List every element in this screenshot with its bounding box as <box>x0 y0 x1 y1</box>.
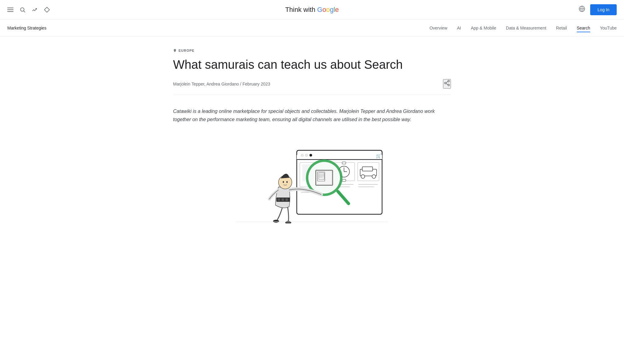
top-bar-right: Log In <box>579 4 617 15</box>
location-pin-icon <box>173 49 177 52</box>
search-button[interactable] <box>20 7 26 13</box>
svg-point-49 <box>285 221 291 223</box>
top-bar-left <box>7 7 50 13</box>
nav-item-retail[interactable]: Retail <box>556 25 567 31</box>
svg-point-0 <box>20 8 24 11</box>
nav-item-search[interactable]: Search <box>577 25 590 31</box>
hamburger-icon <box>7 8 13 12</box>
article-intro: Catawiki is a leading online marketplace… <box>173 107 441 124</box>
svg-point-14 <box>301 154 303 156</box>
article-meta: Marjolein Tepper, Andrea Giordano / Febr… <box>173 79 451 95</box>
svg-line-10 <box>446 82 448 83</box>
svg-text:🛒: 🛒 <box>376 153 381 159</box>
brand-logo[interactable]: Think with Google <box>285 6 339 14</box>
nav-item-youtube[interactable]: YouTube <box>600 25 617 31</box>
nav-item-data-measurement[interactable]: Data & Measurement <box>506 25 546 31</box>
globe-icon <box>579 5 585 12</box>
top-navigation: Think with Google Log In <box>0 0 624 19</box>
section-title: Marketing Strategies <box>7 26 46 30</box>
region-tag: EUROPE <box>173 49 451 52</box>
svg-rect-51 <box>278 198 280 201</box>
svg-point-15 <box>305 154 308 156</box>
share-button[interactable] <box>443 79 451 89</box>
secondary-navigation: Marketing Strategies Overview AI App & M… <box>0 19 624 37</box>
diamond-icon <box>44 7 50 13</box>
search-icon <box>20 7 26 13</box>
svg-point-48 <box>273 220 279 223</box>
svg-marker-2 <box>44 7 50 12</box>
svg-rect-27 <box>342 162 346 164</box>
nav-link-app-mobile[interactable]: App & Mobile <box>471 26 496 32</box>
svg-point-6 <box>448 80 450 82</box>
trending-button[interactable] <box>32 7 38 13</box>
nav-item-ai[interactable]: AI <box>457 25 461 31</box>
svg-line-9 <box>446 83 448 85</box>
share-icon <box>444 80 450 86</box>
svg-point-35 <box>372 175 376 178</box>
svg-rect-43 <box>319 173 324 180</box>
article-title: What samurais can teach us about Search <box>173 57 451 72</box>
region-label: EUROPE <box>179 49 194 52</box>
nav-link-data-measurement[interactable]: Data & Measurement <box>506 26 546 32</box>
svg-line-1 <box>24 11 25 12</box>
nav-item-overview[interactable]: Overview <box>430 25 447 31</box>
article-authors: Marjolein Tepper, Andrea Giordano / Febr… <box>173 82 270 86</box>
svg-point-7 <box>445 82 446 84</box>
nav-link-overview[interactable]: Overview <box>430 26 447 32</box>
diamond-button[interactable] <box>44 7 50 13</box>
svg-point-56 <box>286 181 288 183</box>
nav-item-app-mobile[interactable]: App & Mobile <box>471 25 496 31</box>
nav-link-search[interactable]: Search <box>577 26 590 32</box>
svg-point-16 <box>310 154 312 156</box>
svg-point-55 <box>283 181 284 183</box>
nav-link-youtube[interactable]: YouTube <box>600 26 617 32</box>
svg-rect-33 <box>362 167 373 171</box>
svg-rect-52 <box>282 198 284 201</box>
svg-point-34 <box>361 175 365 178</box>
article-illustration: 🛒 <box>173 138 451 223</box>
samurai-search-illustration: 🛒 <box>236 138 388 223</box>
main-content: EUROPE What samurais can teach us about … <box>166 37 458 248</box>
svg-rect-28 <box>342 179 346 181</box>
login-button[interactable]: Log In <box>590 4 617 15</box>
svg-point-8 <box>448 84 450 86</box>
trending-icon <box>32 7 38 13</box>
language-button[interactable] <box>579 5 585 14</box>
svg-rect-53 <box>285 198 288 201</box>
nav-link-retail[interactable]: Retail <box>556 26 567 32</box>
nav-links: Overview AI App & Mobile Data & Measurem… <box>430 25 617 31</box>
hamburger-menu-button[interactable] <box>7 8 13 12</box>
nav-link-ai[interactable]: AI <box>457 26 461 32</box>
